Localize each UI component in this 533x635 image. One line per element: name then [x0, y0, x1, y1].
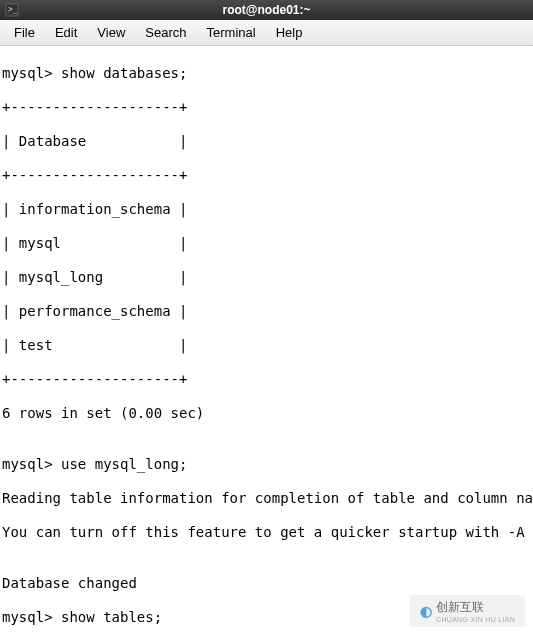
menubar: File Edit View Search Terminal Help [0, 20, 533, 46]
terminal-line: +--------------------+ [2, 371, 531, 388]
window-title: root@node01:~ [222, 3, 310, 17]
terminal-line: Database changed [2, 575, 531, 592]
terminal-output[interactable]: mysql> show databases; +----------------… [0, 46, 533, 635]
watermark-text: 创新互联 [436, 599, 515, 616]
menu-file[interactable]: File [4, 22, 45, 43]
menu-view[interactable]: View [87, 22, 135, 43]
menu-search[interactable]: Search [135, 22, 196, 43]
terminal-line: | information_schema | [2, 201, 531, 218]
menu-terminal[interactable]: Terminal [197, 22, 266, 43]
terminal-line: mysql> use mysql_long; [2, 456, 531, 473]
terminal-icon: >_ [4, 2, 20, 18]
terminal-line: +--------------------+ [2, 167, 531, 184]
watermark: ◐ 创新互联 CHUANG XIN HU LIAN [410, 595, 525, 627]
terminal-line: | mysql | [2, 235, 531, 252]
terminal-line: | performance_schema | [2, 303, 531, 320]
terminal-line: | test | [2, 337, 531, 354]
watermark-logo-icon: ◐ [420, 603, 432, 619]
menu-edit[interactable]: Edit [45, 22, 87, 43]
terminal-line: mysql> show databases; [2, 65, 531, 82]
terminal-line: | mysql_long | [2, 269, 531, 286]
terminal-line: Reading table information for completion… [2, 490, 531, 507]
terminal-line: You can turn off this feature to get a q… [2, 524, 531, 541]
menu-help[interactable]: Help [266, 22, 313, 43]
watermark-subtext: CHUANG XIN HU LIAN [436, 616, 515, 623]
terminal-line: | Database | [2, 133, 531, 150]
window-titlebar: >_ root@node01:~ [0, 0, 533, 20]
terminal-line: 6 rows in set (0.00 sec) [2, 405, 531, 422]
svg-text:>_: >_ [8, 5, 18, 14]
terminal-line: +--------------------+ [2, 99, 531, 116]
